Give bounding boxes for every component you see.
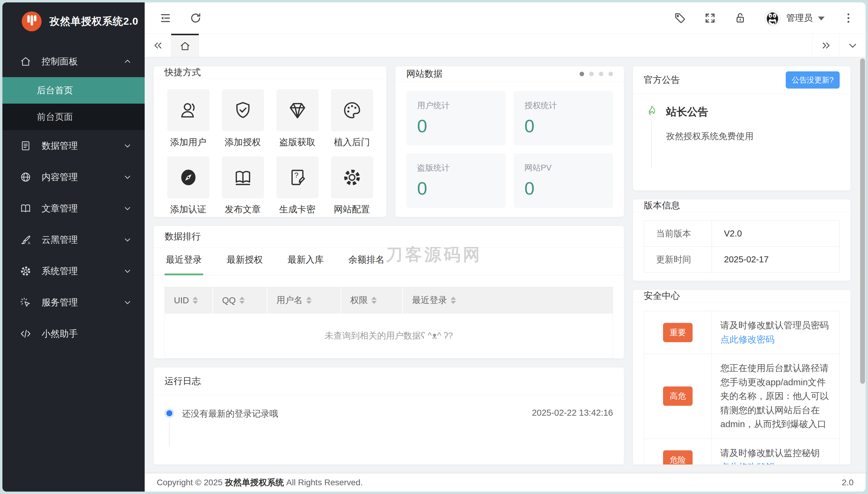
compass-icon bbox=[179, 168, 198, 187]
tabs-scroll-right-button[interactable] bbox=[813, 34, 839, 57]
official-announcement-card: 官方公告 公告没更新? 站长公告 bbox=[633, 66, 851, 190]
tabs-menu-button[interactable] bbox=[839, 34, 866, 57]
carousel-dot[interactable] bbox=[589, 72, 594, 76]
change-password-link[interactable]: 点此修改密码 bbox=[720, 334, 775, 344]
change-secret-link[interactable]: 点此修改秘钥 bbox=[720, 462, 775, 464]
sidebar-submenu-control-panel: 后台首页 前台页面 bbox=[2, 77, 145, 130]
shortcut-implant-backdoor[interactable]: 植入后门 bbox=[331, 89, 373, 149]
sidebar-item-label: 文章管理 bbox=[42, 203, 124, 215]
table-row: 高危 您正在使用后台默认路径请您手动更改app/admin文件夹的名称，原因：他… bbox=[644, 354, 840, 439]
refresh-icon[interactable] bbox=[189, 12, 202, 24]
copyright-text: Copyright © 2025 孜然单授权系统 All Rights Rese… bbox=[157, 477, 363, 488]
column-header: UID bbox=[174, 296, 189, 305]
shortcut-add-user[interactable]: 添加用户 bbox=[167, 89, 209, 149]
sidebar-item-service-management[interactable]: 服务管理 bbox=[2, 287, 145, 318]
timeline-line bbox=[169, 421, 170, 447]
sidebar-item-backend-home[interactable]: 后台首页 bbox=[2, 77, 145, 103]
announcement-post-title: 站长公告 bbox=[666, 105, 754, 119]
shortcut-piracy-fetch[interactable]: 盗版获取 bbox=[276, 89, 318, 149]
log-entry: 还没有最新的登录记录哦 2025-02-22 13:42:16 bbox=[165, 408, 613, 420]
tab-recent-login[interactable]: 最近登录 bbox=[165, 246, 203, 275]
ranking-tabs: 最近登录 最新授权 最新入库 余额排名 bbox=[154, 248, 624, 275]
code-icon bbox=[20, 328, 31, 340]
sidebar-item-article-management[interactable]: 文章管理 bbox=[2, 193, 145, 224]
fullscreen-icon[interactable] bbox=[704, 12, 716, 24]
data-ranking-card: 数据排行 最近登录 最新授权 最新入库 余额排名 UID QQ 用户名 bbox=[154, 226, 624, 358]
tabbar-spacer bbox=[199, 34, 813, 57]
tab-balance-ranking[interactable]: 余额排名 bbox=[347, 246, 386, 275]
security-table: 重要 请及时修改默认管理员密码 点此修改密码 高危 您正在使用后台默认路径请您手… bbox=[644, 311, 840, 464]
chevron-down-icon bbox=[124, 299, 131, 306]
shortcut-label: 网站配置 bbox=[334, 203, 370, 216]
scrollbar[interactable] bbox=[860, 58, 865, 384]
sort-icon[interactable] bbox=[239, 297, 245, 304]
column-header: 最近登录 bbox=[412, 294, 447, 306]
fire-icon bbox=[645, 105, 658, 117]
gear-icon bbox=[342, 168, 362, 187]
more-menu-icon[interactable] bbox=[842, 12, 855, 24]
sidebar-item-assistant[interactable]: 小然助手 bbox=[2, 318, 145, 349]
diamond-icon bbox=[288, 100, 308, 120]
stat-piracy-count: 盗版统计 0 bbox=[406, 153, 506, 208]
chevron-up-icon bbox=[124, 58, 131, 65]
carousel-dot[interactable] bbox=[579, 72, 584, 76]
sort-icon[interactable] bbox=[371, 297, 377, 304]
sort-icon[interactable] bbox=[192, 297, 198, 304]
stat-label: 盗版统计 bbox=[417, 163, 495, 173]
tabs-scroll-left-button[interactable] bbox=[145, 34, 171, 57]
announcement-not-updated-button[interactable]: 公告没更新? bbox=[786, 71, 840, 89]
sort-icon[interactable] bbox=[306, 297, 312, 304]
announcement-post-body: 孜然授权系统免费使用 bbox=[666, 130, 754, 142]
column-header: QQ bbox=[222, 296, 236, 305]
shortcut-label: 添加用户 bbox=[170, 136, 206, 149]
tag-icon[interactable] bbox=[673, 12, 686, 24]
shortcuts-card: 快捷方式 添加用户 添加授权 bbox=[154, 66, 386, 217]
shortcut-generate-card-key[interactable]: ? 生成卡密 bbox=[276, 156, 318, 216]
sidebar-item-control-panel[interactable]: 控制面板 bbox=[2, 46, 145, 77]
sidebar-item-cloud-blacklist[interactable]: A 云黑管理 bbox=[2, 224, 145, 255]
sidebar-item-system-management[interactable]: 系统管理 bbox=[2, 255, 145, 287]
chevron-down-icon bbox=[124, 205, 131, 212]
card-title: 版本信息 bbox=[644, 200, 680, 212]
lock-icon[interactable] bbox=[734, 12, 746, 24]
admin-label: 管理员 bbox=[786, 12, 813, 24]
version-info-card: 版本信息 当前版本 V2.0 更新时间 2025-02-17 bbox=[633, 200, 851, 281]
svg-text:?: ? bbox=[294, 171, 298, 179]
stat-license-count: 授权统计 0 bbox=[514, 91, 613, 146]
document-icon bbox=[20, 140, 31, 152]
stat-value: 0 bbox=[524, 178, 602, 199]
shortcut-add-license[interactable]: 添加授权 bbox=[222, 89, 264, 149]
sort-icon[interactable] bbox=[450, 297, 456, 304]
shortcut-add-cert[interactable]: 添加认证 bbox=[167, 156, 209, 216]
shortcut-publish-article[interactable]: 发布文章 bbox=[222, 156, 264, 216]
shortcut-site-config[interactable]: 网站配置 bbox=[331, 156, 373, 216]
tab-home[interactable] bbox=[171, 34, 199, 57]
version-value: V2.0 bbox=[712, 221, 840, 247]
dashboard-content: 快捷方式 添加用户 添加授权 bbox=[145, 57, 866, 474]
severity-badge: 危险 bbox=[663, 450, 692, 464]
sidebar-item-label: 控制面板 bbox=[42, 55, 124, 68]
stats-grid: 用户统计 0 授权统计 0 盗版统计 0 bbox=[395, 82, 624, 217]
dropdown-caret-icon bbox=[818, 17, 825, 20]
carousel-dot[interactable] bbox=[609, 72, 613, 76]
user-menu[interactable]: 管理员 bbox=[764, 10, 825, 26]
sidebar-item-content-management[interactable]: 内容管理 bbox=[2, 162, 145, 193]
tab-latest-storage[interactable]: 最新入库 bbox=[286, 246, 325, 275]
card-title: 数据排行 bbox=[165, 230, 201, 243]
shortcut-label: 发布文章 bbox=[225, 203, 261, 216]
stat-value: 0 bbox=[524, 116, 602, 136]
palette-icon bbox=[342, 100, 362, 120]
log-text: 还没有最新的登录记录哦 bbox=[182, 408, 532, 420]
stat-label: 用户统计 bbox=[417, 100, 495, 111]
sidebar-item-data-management[interactable]: 数据管理 bbox=[2, 130, 145, 162]
sidebar-item-frontend-page[interactable]: 前台页面 bbox=[2, 103, 145, 130]
carousel-dot[interactable] bbox=[599, 72, 603, 76]
collapse-sidebar-icon[interactable] bbox=[159, 12, 172, 24]
book-icon bbox=[20, 203, 31, 214]
tabbar bbox=[145, 34, 866, 57]
card-title: 快捷方式 bbox=[165, 66, 201, 79]
table-row: 当前版本 V2.0 bbox=[644, 221, 840, 247]
table-row: 更新时间 2025-02-17 bbox=[644, 247, 840, 272]
card-title: 网站数据 bbox=[406, 68, 442, 80]
tab-latest-license[interactable]: 最新授权 bbox=[225, 246, 264, 275]
